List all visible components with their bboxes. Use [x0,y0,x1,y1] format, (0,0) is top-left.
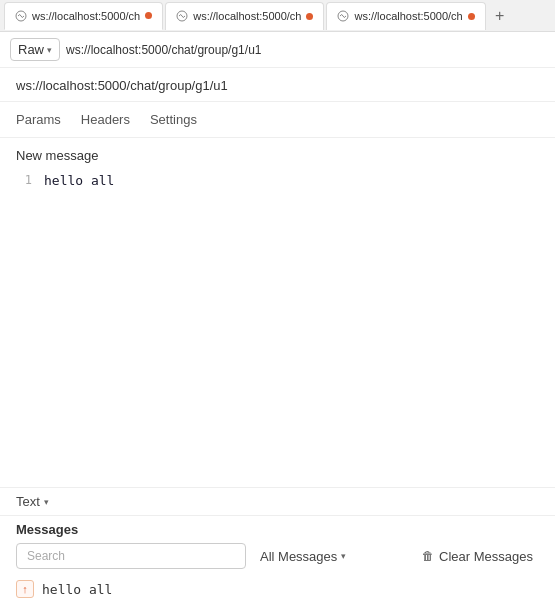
main-content: Raw ▾ ws://localhost:5000/chat/group/g1/… [0,32,555,603]
new-tab-button[interactable]: + [488,4,512,28]
raw-chevron-icon: ▾ [47,45,52,55]
message-direction-indicator: ↑ [16,580,34,598]
tab-nav-params[interactable]: Params [16,104,61,135]
search-input[interactable] [16,543,246,569]
url-display: ws://localhost:5000/chat/group/g1/u1 [66,43,545,57]
all-messages-label: All Messages [260,549,337,564]
text-dropdown-bar: Text ▾ [0,488,555,516]
filter-chevron-icon: ▾ [341,551,346,561]
new-message-label: New message [16,148,539,163]
tab-2[interactable]: ws://localhost:5000/ch [165,2,324,30]
text-label: Text [16,494,40,509]
clear-messages-button[interactable]: 🗑 Clear Messages [416,545,539,568]
clear-messages-label: Clear Messages [439,549,533,564]
message-item: ↑ hello all [16,575,539,603]
raw-format-dropdown[interactable]: Raw ▾ [10,38,60,61]
ws-icon [15,10,27,22]
trash-icon: 🗑 [422,549,434,563]
address-bar: Raw ▾ ws://localhost:5000/chat/group/g1/… [0,32,555,68]
messages-toolbar: All Messages ▾ 🗑 Clear Messages [16,543,539,569]
code-line-1: 1 hello all [16,173,539,188]
messages-section: Messages All Messages ▾ 🗑 Clear Messages… [0,516,555,603]
text-chevron-icon: ▾ [44,497,49,507]
request-tab-nav: Params Headers Settings [0,102,555,138]
bottom-section: Text ▾ Messages All Messages ▾ 🗑 Clear M… [0,487,555,603]
tab-bar: ws://localhost:5000/ch ws://localhost:50… [0,0,555,32]
ws-icon-2 [176,10,188,22]
messages-label: Messages [16,522,539,537]
tab-3-label: ws://localhost:5000/ch [354,10,462,22]
tab-3[interactable]: ws://localhost:5000/ch [326,2,485,30]
raw-label: Raw [18,42,44,57]
tab-nav-settings[interactable]: Settings [150,104,197,135]
all-messages-filter[interactable]: All Messages ▾ [254,545,352,568]
ws-url-heading: ws://localhost:5000/chat/group/g1/u1 [0,68,555,102]
code-content-1: hello all [44,173,114,188]
tab-3-dot [468,13,475,20]
tab-nav-headers[interactable]: Headers [81,104,130,135]
text-format-dropdown[interactable]: Text ▾ [16,494,49,509]
ws-icon-3 [337,10,349,22]
new-message-section: New message 1 hello all [0,138,555,200]
tab-2-label: ws://localhost:5000/ch [193,10,301,22]
tab-1[interactable]: ws://localhost:5000/ch [4,2,163,30]
tab-1-label: ws://localhost:5000/ch [32,10,140,22]
code-editor[interactable]: 1 hello all [16,171,539,190]
message-text: hello all [42,582,112,597]
ws-url-text: ws://localhost:5000/chat/group/g1/u1 [16,78,228,93]
tab-1-dot [145,12,152,19]
line-number-1: 1 [16,173,32,187]
arrow-up-icon: ↑ [22,583,28,595]
tab-2-dot [306,13,313,20]
